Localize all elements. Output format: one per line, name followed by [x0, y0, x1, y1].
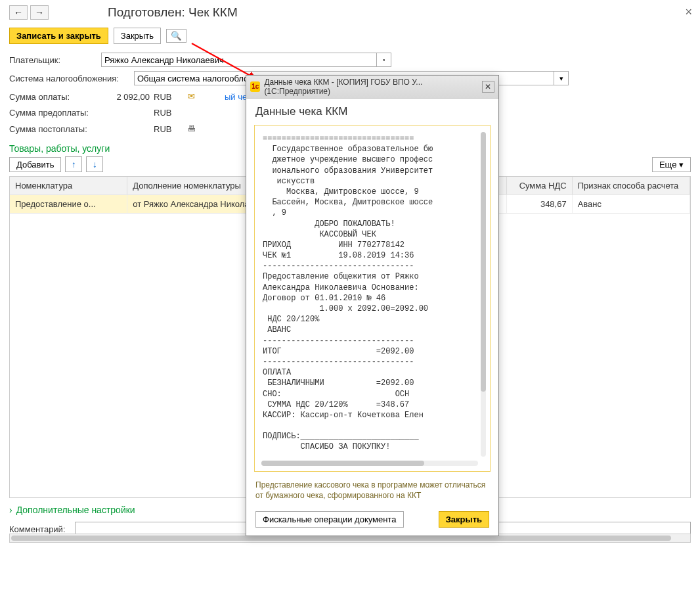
postpay-label: Сумма постоплаты:: [9, 124, 101, 134]
move-up-button[interactable]: ↑: [65, 156, 82, 172]
tax-dropdown-button[interactable]: ▾: [554, 71, 569, 85]
tax-label: Система налогообложения:: [9, 74, 134, 83]
payer-input[interactable]: [101, 53, 377, 67]
pay-currency: RUB: [154, 92, 180, 102]
save-close-button[interactable]: Записать и закрыть: [9, 28, 108, 44]
prepay-currency: RUB: [154, 108, 180, 118]
col-nomenclature[interactable]: Номенклатура: [10, 177, 127, 194]
receipt-dialog: 1c Данные чека ККМ - [КОПИЯ] ГОБУ ВПО У.…: [246, 75, 499, 536]
close-icon[interactable]: ×: [685, 5, 692, 19]
dialog-titlebar-text: Данные чека ККМ - [КОПИЯ] ГОБУ ВПО У... …: [264, 78, 481, 96]
nav-back-button[interactable]: ←: [9, 5, 28, 20]
dialog-heading: Данные чека ККМ: [246, 99, 498, 122]
receipt-vscroll[interactable]: [481, 132, 486, 457]
dialog-close-button[interactable]: Закрыть: [439, 511, 489, 528]
dialog-close-icon[interactable]: ✕: [482, 81, 494, 93]
more-button[interactable]: Еще ▾: [652, 157, 691, 172]
receipt-text: ================================ Государ…: [263, 133, 482, 453]
prepay-label: Сумма предоплаты:: [9, 108, 101, 118]
print-icon[interactable]: 🖶: [184, 122, 198, 136]
payer-open-button[interactable]: ▫: [377, 53, 391, 67]
app-icon: 1c: [250, 81, 260, 92]
cell-nomenclature: Предоставление о...: [10, 195, 127, 213]
col-method[interactable]: Признак способа расчета: [573, 177, 690, 194]
envelope-icon[interactable]: ✉: [184, 89, 198, 104]
dialog-note: Представление кассового чека в программе…: [246, 474, 498, 507]
add-button[interactable]: Добавить: [9, 157, 61, 172]
postpay-currency: RUB: [154, 124, 180, 134]
cell-vat: 348,67: [507, 195, 573, 213]
pay-amount-value: 2 092,00: [101, 92, 154, 102]
close-button[interactable]: Закрыть: [114, 28, 161, 44]
pay-amount-label: Сумма оплаты:: [9, 92, 101, 102]
col-vat[interactable]: Сумма НДС: [507, 177, 573, 194]
comment-label: Комментарий:: [9, 524, 75, 534]
dialog-titlebar[interactable]: 1c Данные чека ККМ - [КОПИЯ] ГОБУ ВПО У.…: [246, 76, 498, 99]
nav-forward-button[interactable]: →: [30, 5, 49, 20]
page-title: Подготовлен: Чек ККМ: [108, 5, 238, 20]
cell-method: Аванс: [573, 195, 690, 213]
payer-label: Плательщик:: [9, 55, 101, 65]
fiscal-operations-button[interactable]: Фискальные операции документа: [255, 511, 404, 528]
preview-button[interactable]: 🔍: [166, 29, 186, 43]
move-down-button[interactable]: ↓: [86, 156, 103, 172]
receipt-hscroll[interactable]: [261, 461, 478, 466]
receipt-box: ================================ Государ…: [254, 125, 491, 472]
